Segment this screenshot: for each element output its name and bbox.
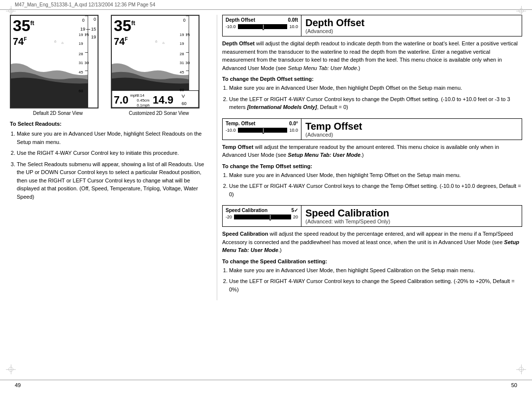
svg-text:0: 0 xyxy=(183,18,186,23)
main-content: 35ft 74F 0 19 15 19 xyxy=(0,10,532,305)
speed-calibration-description: Speed Calibration will adjust the speed … xyxy=(222,230,522,254)
customized-sonar-box: 35ft 74F xyxy=(111,15,200,108)
speed-calibration-step-2: Use the LEFT or RIGHT 4-WAY Cursor Contr… xyxy=(229,277,522,293)
depth-offset-label: Depth Offset xyxy=(226,17,255,23)
speed-calibration-subtitle: (Advanced: with Temp/Speed Only) xyxy=(305,218,518,224)
speed-calibration-title-block: Speed Calibration (Advanced: with Temp/S… xyxy=(301,206,522,226)
svg-text:60: 60 xyxy=(180,88,184,92)
default-sonar-caption: Default 2D Sonar View xyxy=(10,110,106,116)
speed-calibration-header: Speed Calibration 5✓ -20 20 xyxy=(222,205,522,227)
depth-offset-title-block: Depth Offset (Advanced) xyxy=(301,15,522,36)
custom-depth: 35ft xyxy=(114,18,135,34)
depth-offset-max: 10.0 xyxy=(289,24,298,29)
speed-calibration-steps: Make sure you are in Advanced User Mode,… xyxy=(222,266,522,294)
scale-0-default: 0 xyxy=(94,17,96,22)
reg-mark-bl xyxy=(6,364,16,374)
reg-mark-tl xyxy=(6,6,16,16)
depth-offset-header: Depth Offset 0.0ft -10.0 10.0 xyxy=(222,15,522,36)
right-column: Depth Offset 0.0ft -10.0 10.0 xyxy=(217,15,522,300)
speed-calibration-bar-row: -20 20 xyxy=(226,215,298,219)
temp-offset-label-row: Temp. Offset 0.0° xyxy=(226,121,298,126)
default-depth: 35ft xyxy=(13,18,34,34)
svg-text:0: 0 xyxy=(82,18,85,23)
svg-text:⌂: ⌂ xyxy=(54,39,57,43)
depth-offset-value: 0.0ft xyxy=(288,17,298,23)
temp-offset-max: 10.0 xyxy=(289,128,298,133)
select-readouts-step-2: Use the RIGHT 4-WAY Cursor Control key t… xyxy=(17,149,207,157)
svg-text:28: 28 xyxy=(79,52,83,56)
svg-text:19: 19 xyxy=(79,41,83,46)
temp-offset-subtitle: (Advanced) xyxy=(305,132,518,138)
temp-offset-section: Temp. Offset 0.0° -10.0 10.0 xyxy=(222,118,522,199)
default-sonar-view: 35ft 74F 0 19 15 19 xyxy=(10,15,106,116)
svg-text:7.0: 7.0 xyxy=(114,94,129,106)
temp-offset-steps: Make sure you are in Advanced User Mode,… xyxy=(222,171,522,199)
temp-offset-step-1: Make sure you are in Advanced User Mode,… xyxy=(229,171,522,179)
select-readouts-section: To Select Readouts: Make sure you are in… xyxy=(10,121,207,201)
page-wrapper: M47_Man_Eng_531338-1_A.qxd 12/13/2004 12… xyxy=(0,0,532,394)
footer-bar: 49 50 xyxy=(0,380,532,390)
header-file-info: M47_Man_Eng_531338-1_A.qxd 12/13/2004 12… xyxy=(15,2,155,7)
header-bar: M47_Man_Eng_531338-1_A.qxd 12/13/2004 12… xyxy=(0,0,532,10)
temp-offset-title-block: Temp Offset (Advanced) xyxy=(301,119,522,140)
depth-offset-description: Depth Offset will adjust the digital dep… xyxy=(222,39,522,72)
temp-offset-thumb xyxy=(263,128,264,134)
svg-text:19: 19 xyxy=(79,33,83,37)
select-readouts-list: Make sure you are in Advanced User Mode,… xyxy=(10,130,207,201)
speed-calibration-slider[interactable] xyxy=(234,215,291,219)
speed-calibration-step-1: Make sure you are in Advanced User Mode,… xyxy=(229,266,522,275)
temp-offset-value: 0.0° xyxy=(289,121,298,126)
reg-mark-tr xyxy=(516,6,526,16)
svg-text:15: 15 xyxy=(186,33,190,37)
svg-text:3:14: 3:14 xyxy=(137,93,145,98)
temp-offset-control: Temp. Offset 0.0° -10.0 10.0 xyxy=(223,119,301,140)
speed-calibration-value: 5✓ xyxy=(291,208,298,213)
depth-offset-bar-row: -10.0 10.0 xyxy=(226,24,298,29)
svg-text:0.45cm: 0.45cm xyxy=(137,98,150,103)
svg-text:60: 60 xyxy=(182,101,187,106)
svg-text:31: 31 xyxy=(180,61,184,65)
speed-calibration-label: Speed Calibration xyxy=(226,208,267,213)
depth-offset-label-row: Depth Offset 0.0ft xyxy=(226,17,298,23)
temp-offset-main-title: Temp Offset xyxy=(305,121,518,132)
temp-offset-label: Temp. Offset xyxy=(226,121,255,126)
svg-text:45: 45 xyxy=(180,70,184,74)
select-readouts-step-1: Make sure you are in Advanced User Mode,… xyxy=(17,130,207,146)
svg-text:28: 28 xyxy=(180,52,184,56)
default-sonar-box: 35ft 74F 0 19 15 19 xyxy=(10,15,99,108)
page-number-left: 49 xyxy=(15,382,21,388)
depth-offset-section: Depth Offset 0.0ft -10.0 10.0 xyxy=(222,15,522,111)
svg-text:V: V xyxy=(182,93,185,99)
speed-calibration-change-title: To change the Speed Calibration setting: xyxy=(222,258,522,264)
speed-calibration-main-title: Speed Calibration xyxy=(305,208,518,218)
svg-text:15: 15 xyxy=(85,33,89,37)
scale-row-default: 19 15 xyxy=(80,27,96,32)
depth-offset-step-1: Make sure you are in Advanced User Mode,… xyxy=(229,84,522,92)
svg-text:19: 19 xyxy=(180,33,184,37)
select-readouts-step-3: The Select Readouts submenu will appear,… xyxy=(17,160,207,201)
depth-offset-min: -10.0 xyxy=(226,24,236,29)
sonar-views: 35ft 74F 0 19 15 19 xyxy=(10,15,207,116)
svg-text:19: 19 xyxy=(180,41,184,46)
svg-text:31: 31 xyxy=(79,61,83,65)
temp-offset-slider[interactable] xyxy=(238,128,288,133)
temp-offset-fill xyxy=(238,128,263,132)
temp-offset-change-title: To change the Temp Offset setting: xyxy=(222,163,522,169)
speed-calibration-label-row: Speed Calibration 5✓ xyxy=(226,208,298,213)
default-temp: 74F xyxy=(13,36,27,46)
svg-text:14.9: 14.9 xyxy=(153,94,173,106)
speed-calibration-section: Speed Calibration 5✓ -20 20 xyxy=(222,205,522,293)
reg-mark-br xyxy=(516,364,526,374)
svg-text:45: 45 xyxy=(79,70,83,74)
temp-offset-header: Temp. Offset 0.0° -10.0 10.0 xyxy=(222,118,522,140)
temp-offset-bar-row: -10.0 10.0 xyxy=(226,128,298,133)
speed-calibration-control: Speed Calibration 5✓ -20 20 xyxy=(223,206,301,226)
svg-text:30: 30 xyxy=(85,61,89,65)
customized-sonar-caption: Customized 2D Sonar View xyxy=(111,110,207,116)
svg-text:⌂: ⌂ xyxy=(62,41,64,44)
svg-text:60: 60 xyxy=(79,89,83,93)
custom-temp: 74F xyxy=(114,36,128,46)
svg-text:⌂: ⌂ xyxy=(155,39,158,43)
temp-offset-step-2: Use the LEFT or RIGHT 4-WAY Cursor Contr… xyxy=(229,182,522,198)
depth-offset-slider[interactable] xyxy=(238,24,288,29)
